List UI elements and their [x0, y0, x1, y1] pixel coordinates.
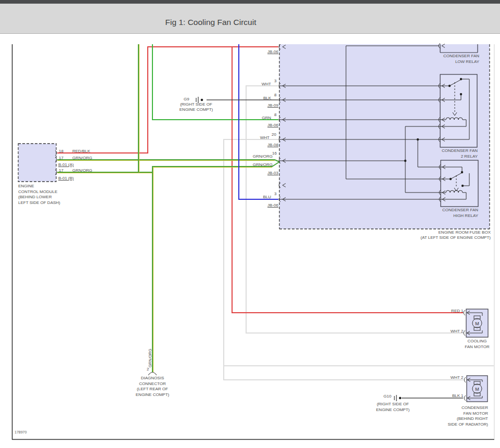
pin-number-grn8: 8: [274, 112, 276, 117]
condenser-fan-2-relay-box: [440, 74, 477, 147]
engine-room-fuse-box-label: ENGINE ROOM FUSE BOX(AT LEFT SIDE OF ENG…: [420, 230, 491, 240]
cooling-pin-red-num: 1: [461, 309, 463, 313]
condenser-fan-low-relay-label: CONDENSER FANLOW RELAY: [443, 54, 479, 65]
ground-g10-label: G10: [383, 394, 391, 399]
jb-label-jb09: JB-09: [267, 103, 278, 108]
ecm-conn-b01a: B-01 (A): [58, 162, 74, 167]
condenser-fan-motor: M: [464, 376, 488, 402]
wire-label-blu3: BLU: [263, 195, 271, 199]
pin-number-blu3: 3: [274, 191, 276, 196]
ground-icon-g10: [394, 395, 401, 401]
ecm-pin17a-number: 17: [59, 156, 63, 160]
condenser-fan-2-relay-label: CONDENSER FAN2 RELAY: [442, 148, 478, 159]
diagnosis-pin-number: 2: [147, 367, 149, 372]
jb-label-jb06c: JB-06: [267, 203, 278, 208]
engine-control-module-box: [18, 144, 57, 182]
condenser-fan-high-relay-label: CONDENSER FANHIGH RELAY: [442, 208, 478, 219]
motor-m-symbol: M: [475, 321, 479, 326]
pin-number-grnorg16: 16: [272, 151, 277, 156]
cooling-fan-motor: M: [464, 309, 488, 337]
wiring-diagram-canvas: M M: [0, 0, 500, 448]
wire-label-grnorg2: GRN/ORG: [253, 162, 273, 167]
jb-label-jb08: JB-08: [267, 143, 278, 147]
pin-number-wht20: 20: [272, 132, 276, 137]
wire-label-wht3: WHT: [262, 82, 271, 86]
wire-label-blk8: BLK: [263, 96, 271, 100]
jb-label-jb03: JB-03: [267, 171, 278, 175]
motor-m-symbol: M: [475, 387, 479, 392]
pin-number-wht3: 3: [274, 79, 276, 83]
ecm-conn-b01b: B-01 (B): [58, 176, 74, 181]
ecm-pin18-wire: RED/BLK: [72, 149, 90, 153]
wiring-diagram-page: Fig 1: Cooling Fan Circuit: [0, 0, 500, 448]
jb-label-jb06b: JB-06: [267, 123, 278, 127]
wire-label-wht20: WHT: [260, 135, 270, 140]
cooling-pin-red-wire: RED: [451, 309, 460, 313]
condenser-fan-motor-label: CONDENSERFAN MOTOR (BEHIND RIGHTSIDE OF …: [448, 405, 489, 427]
cooling-fan-motor-label: COOLINGFAN MOTOR: [451, 339, 500, 350]
ground-g10-location: (RIGHT SIDE OFENGINE COMPT): [367, 402, 419, 413]
ecm-pin18-number: 18: [59, 149, 63, 153]
ecm-name-label: ENGINECONTROL MODULE (BEHIND LOWERLEFT S…: [18, 184, 60, 206]
diagnosis-wire-label: GRN/ORG: [148, 349, 152, 367]
ecm-pin17b-number: 17: [59, 168, 63, 173]
diagnosis-connector-icon: [148, 373, 157, 376]
diagnosis-connector-label: DIAGNOSISCONNECTOR (LEFT REAR OFENGINE C…: [126, 376, 178, 398]
jb-label-top: JB-06: [267, 49, 278, 54]
condenser-pin-wht-wire: WHT: [451, 375, 460, 380]
condenser-pin-blk-wire: BLK: [452, 393, 460, 398]
ground-g9-location: (RIGHT SIDE OFENGINE COMPT): [170, 102, 222, 112]
pin-number-blk8: 8: [274, 93, 276, 97]
wire-label-grnorg16: GRN/ORG: [253, 154, 273, 159]
condenser-pin-wht-num: 2: [461, 375, 463, 380]
ecm-pin17a-wire: GRN/ORG: [72, 156, 92, 160]
blu-wire: [239, 44, 278, 199]
document-number: 178970: [15, 430, 27, 434]
cooling-pin-wht-num: 2: [461, 329, 463, 334]
cooling-pin-wht-wire: WHT: [451, 329, 460, 334]
wire-label-grn8: GRN: [262, 116, 271, 120]
ground-g9-label: G9: [184, 97, 189, 101]
ecm-pin17b-wire: GRN/ORG: [72, 168, 92, 173]
condenser-pin-blk-num: 1: [461, 393, 463, 398]
